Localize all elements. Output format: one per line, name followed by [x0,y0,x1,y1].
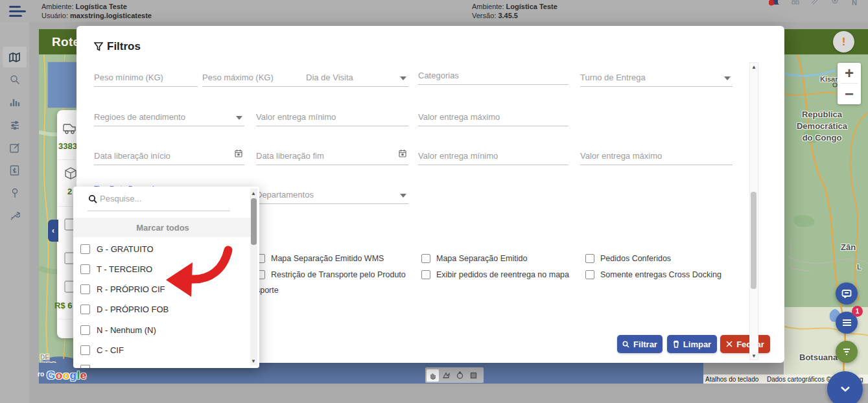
map-country-label-congo: RepúblicaDemocráticado Congo [790,109,854,144]
grid-icon[interactable] [792,0,799,6]
chevron-down-icon [840,386,850,392]
checkbox-mapa-separacao-wms[interactable]: Mapa Separação Emitido WMS [256,254,384,263]
google-logo: Google [47,369,87,382]
close-icon [726,341,733,347]
sidebar-item-locations[interactable] [3,183,27,203]
filter-funnel-icon [842,348,851,356]
polygon-tool[interactable] [440,369,452,382]
alert-button[interactable]: ! [833,31,854,52]
circle-tool[interactable] [454,369,466,382]
partial-option-checkbox [80,365,90,368]
modal-scrollbar[interactable]: ▲ ▼ [749,62,758,360]
field-valor-entrega-maximo-1[interactable]: Valor entrega máximo [418,108,569,126]
wrench-icon [10,211,20,221]
menu-hamburger-icon[interactable] [9,6,26,19]
scroll-down-arrow[interactable]: ▼ [750,352,758,360]
checkbox-box[interactable] [585,254,594,263]
scrollbar-thumb[interactable] [251,198,257,245]
field-valor-entrega-minimo-1[interactable]: Valor entrega mínimo [256,108,408,126]
orders-count: 3383 [58,141,77,151]
top-bar: Ambiente: Logística Teste Usuário: maxst… [0,0,868,22]
letter-n-icon[interactable]: N [852,0,857,6]
sidebar-item-reports[interactable] [3,92,27,113]
chevron-down-icon [400,76,406,80]
checkbox-pedidos-conferidos[interactable]: Pedidos Conferidos [585,254,671,263]
checkbox-box[interactable] [80,264,90,274]
environment-info: Ambiente: Logística Teste Usuário: maxst… [41,2,152,20]
option-g-gratuito[interactable]: G - GRATUITO [80,244,154,254]
sidebar-item-edit[interactable] [3,137,27,158]
filtrar-button[interactable]: Filtrar [617,335,663,353]
edit-icon [10,143,20,153]
calendar-icon[interactable] [235,148,242,160]
zoom-in-button[interactable]: + [838,63,861,83]
checkbox-exibir-reentrega[interactable]: Exibir pedidos de reentrega no mapa [421,270,569,279]
option-r-proprio-cif[interactable]: R - PRÓPRIO CIF [80,284,165,294]
select-departamentos[interactable]: Departamentos [256,185,408,204]
option-c-cif[interactable]: C - CIF [80,345,124,355]
field-data-liberacao-fim[interactable]: Data liberação fim [256,146,408,165]
modal-title: Filtros [94,40,141,53]
rectangle-tool[interactable] [467,369,480,382]
divider [58,159,75,160]
field-data-liberacao-inicio[interactable]: Data liberação início [94,146,244,165]
checkbox-box[interactable] [80,284,90,294]
collapse-fabs-button[interactable] [827,371,863,403]
checkbox-box[interactable] [585,270,594,279]
checkbox-box[interactable] [421,254,430,263]
collapse-panel-button[interactable]: ‹ [48,220,58,242]
sidebar-item-tools[interactable] [3,205,27,226]
checkbox-cross-docking[interactable]: Somente entregas Cross Docking [585,270,721,279]
limpar-button[interactable]: Limpar [667,335,717,353]
field-valor-entrega-minimo-2[interactable]: Valor entrega mínimo [418,146,569,165]
checkbox-restricao-transporte[interactable]: Restrição de Transporte pelo Produto [256,270,406,279]
checkbox-box[interactable] [80,305,90,314]
field-categorias[interactable]: Categorias [418,66,569,85]
checkbox-box[interactable] [80,244,90,254]
field-valor-entrega-maximo-2[interactable]: Valor entrega máximo [580,146,733,165]
option-t-terceiro[interactable]: T - TERCEIRO [80,264,152,274]
fechar-button[interactable]: Fechar [720,335,770,353]
select-all-option[interactable]: Marcar todos [73,218,252,237]
select-dia-de-visita[interactable]: Dia de Visita [306,68,408,87]
select-turno-de-entrega[interactable]: Turno de Entrega [580,68,733,87]
sidebar-item-map[interactable] [3,47,27,67]
option-n-nenhum[interactable]: N - Nenhum (N) [80,325,156,335]
checkbox-box[interactable] [421,270,430,279]
list-icon [842,319,852,327]
trash-icon [673,340,679,348]
dropdown-scrollbar[interactable]: ▲ ▼ [250,189,257,365]
volumes-count: 2 [67,187,72,196]
field-peso-maximo[interactable]: Peso máximo (KG) [202,68,306,87]
search-icon [622,341,629,348]
search-icon [10,75,20,85]
calendar-icon[interactable] [399,148,406,160]
sidebar-item-filters[interactable] [3,115,27,135]
pin-icon [10,188,19,198]
gear-icon[interactable] [831,0,839,6]
truck-icon [62,122,77,137]
sidebar-item-search[interactable] [3,69,27,90]
keyboard-shortcuts-link[interactable]: Atalhos do teclado [705,376,758,383]
zoom-out-button[interactable]: − [838,84,861,104]
select-regioes-atendimento[interactable]: Regioes de atendimento [94,108,244,126]
map-zoom-control: + − [838,63,861,104]
dropdown-search-input[interactable] [99,193,228,204]
search-underline [88,211,230,211]
sidebar-item-billing[interactable] [3,160,27,181]
option-d-proprio-fob[interactable]: D - PRÓPRIO FOB [80,305,169,314]
scroll-up-arrow[interactable]: ▲ [750,63,758,71]
checkbox-box[interactable] [80,345,90,355]
scrollbar-thumb[interactable] [751,192,757,289]
filter-fab[interactable] [836,341,858,363]
pencil-icon[interactable] [810,0,818,6]
chat-fab[interactable] [836,282,858,305]
app-screen: DEEIRO Kisang RepúblicaDemocráticado Con… [0,0,868,403]
notifications-bell-icon[interactable] [769,0,780,9]
pan-hand-tool[interactable] [427,369,439,382]
scroll-down-arrow[interactable]: ▼ [250,357,257,365]
checkbox-mapa-separacao-emitido[interactable]: Mapa Separação Emitido [421,254,527,263]
scroll-up-arrow[interactable]: ▲ [250,189,257,197]
field-peso-minimo[interactable]: Peso mínimo (KG) [94,68,198,87]
checkbox-box[interactable] [80,325,90,335]
